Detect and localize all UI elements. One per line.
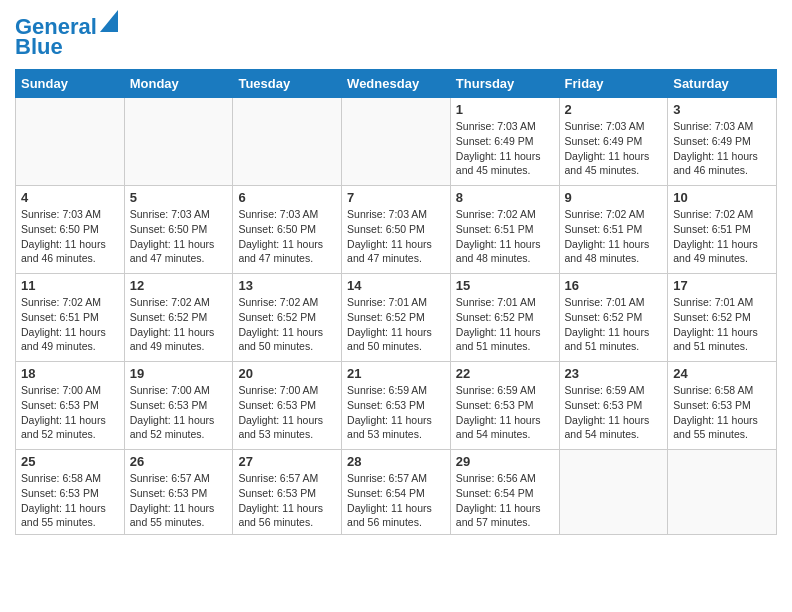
calendar-cell — [16, 98, 125, 186]
weekday-header-sunday: Sunday — [16, 70, 125, 98]
calendar-cell: 26Sunrise: 6:57 AM Sunset: 6:53 PM Dayli… — [124, 450, 233, 535]
calendar-cell: 7Sunrise: 7:03 AM Sunset: 6:50 PM Daylig… — [342, 186, 451, 274]
calendar-cell: 23Sunrise: 6:59 AM Sunset: 6:53 PM Dayli… — [559, 362, 668, 450]
calendar-cell — [233, 98, 342, 186]
day-info: Sunrise: 7:01 AM Sunset: 6:52 PM Dayligh… — [565, 295, 663, 354]
day-info: Sunrise: 6:57 AM Sunset: 6:54 PM Dayligh… — [347, 471, 445, 530]
day-info: Sunrise: 6:59 AM Sunset: 6:53 PM Dayligh… — [456, 383, 554, 442]
calendar-cell: 24Sunrise: 6:58 AM Sunset: 6:53 PM Dayli… — [668, 362, 777, 450]
day-number: 26 — [130, 454, 228, 469]
day-info: Sunrise: 7:02 AM Sunset: 6:51 PM Dayligh… — [456, 207, 554, 266]
calendar-cell: 11Sunrise: 7:02 AM Sunset: 6:51 PM Dayli… — [16, 274, 125, 362]
calendar-cell — [668, 450, 777, 535]
calendar-cell: 13Sunrise: 7:02 AM Sunset: 6:52 PM Dayli… — [233, 274, 342, 362]
day-number: 28 — [347, 454, 445, 469]
day-number: 16 — [565, 278, 663, 293]
calendar-cell: 20Sunrise: 7:00 AM Sunset: 6:53 PM Dayli… — [233, 362, 342, 450]
day-info: Sunrise: 7:03 AM Sunset: 6:50 PM Dayligh… — [238, 207, 336, 266]
day-info: Sunrise: 7:00 AM Sunset: 6:53 PM Dayligh… — [238, 383, 336, 442]
day-info: Sunrise: 7:03 AM Sunset: 6:50 PM Dayligh… — [130, 207, 228, 266]
logo: General Blue — [15, 15, 118, 59]
calendar-cell: 2Sunrise: 7:03 AM Sunset: 6:49 PM Daylig… — [559, 98, 668, 186]
page-header: General Blue — [15, 15, 777, 59]
calendar-cell: 21Sunrise: 6:59 AM Sunset: 6:53 PM Dayli… — [342, 362, 451, 450]
day-number: 14 — [347, 278, 445, 293]
day-number: 15 — [456, 278, 554, 293]
calendar-table: SundayMondayTuesdayWednesdayThursdayFrid… — [15, 69, 777, 535]
calendar-cell: 25Sunrise: 6:58 AM Sunset: 6:53 PM Dayli… — [16, 450, 125, 535]
day-number: 19 — [130, 366, 228, 381]
day-number: 6 — [238, 190, 336, 205]
calendar-cell: 1Sunrise: 7:03 AM Sunset: 6:49 PM Daylig… — [450, 98, 559, 186]
logo-icon — [100, 10, 118, 32]
calendar-cell: 14Sunrise: 7:01 AM Sunset: 6:52 PM Dayli… — [342, 274, 451, 362]
day-number: 13 — [238, 278, 336, 293]
day-info: Sunrise: 6:58 AM Sunset: 6:53 PM Dayligh… — [21, 471, 119, 530]
day-number: 2 — [565, 102, 663, 117]
weekday-header-thursday: Thursday — [450, 70, 559, 98]
calendar-cell: 8Sunrise: 7:02 AM Sunset: 6:51 PM Daylig… — [450, 186, 559, 274]
day-info: Sunrise: 7:00 AM Sunset: 6:53 PM Dayligh… — [21, 383, 119, 442]
calendar-cell: 28Sunrise: 6:57 AM Sunset: 6:54 PM Dayli… — [342, 450, 451, 535]
day-info: Sunrise: 7:03 AM Sunset: 6:50 PM Dayligh… — [347, 207, 445, 266]
calendar-body: 1Sunrise: 7:03 AM Sunset: 6:49 PM Daylig… — [16, 98, 777, 535]
day-number: 23 — [565, 366, 663, 381]
day-info: Sunrise: 6:59 AM Sunset: 6:53 PM Dayligh… — [347, 383, 445, 442]
day-number: 4 — [21, 190, 119, 205]
calendar-week-4: 25Sunrise: 6:58 AM Sunset: 6:53 PM Dayli… — [16, 450, 777, 535]
day-number: 27 — [238, 454, 336, 469]
svg-marker-0 — [100, 10, 118, 32]
day-number: 3 — [673, 102, 771, 117]
day-number: 9 — [565, 190, 663, 205]
day-number: 12 — [130, 278, 228, 293]
day-info: Sunrise: 6:59 AM Sunset: 6:53 PM Dayligh… — [565, 383, 663, 442]
weekday-header-monday: Monday — [124, 70, 233, 98]
weekday-header-tuesday: Tuesday — [233, 70, 342, 98]
weekday-header-row: SundayMondayTuesdayWednesdayThursdayFrid… — [16, 70, 777, 98]
calendar-cell: 16Sunrise: 7:01 AM Sunset: 6:52 PM Dayli… — [559, 274, 668, 362]
day-info: Sunrise: 7:02 AM Sunset: 6:52 PM Dayligh… — [238, 295, 336, 354]
day-info: Sunrise: 7:00 AM Sunset: 6:53 PM Dayligh… — [130, 383, 228, 442]
day-number: 8 — [456, 190, 554, 205]
day-info: Sunrise: 6:57 AM Sunset: 6:53 PM Dayligh… — [130, 471, 228, 530]
day-number: 17 — [673, 278, 771, 293]
day-number: 1 — [456, 102, 554, 117]
calendar-cell: 9Sunrise: 7:02 AM Sunset: 6:51 PM Daylig… — [559, 186, 668, 274]
day-info: Sunrise: 7:02 AM Sunset: 6:52 PM Dayligh… — [130, 295, 228, 354]
day-number: 7 — [347, 190, 445, 205]
calendar-cell: 19Sunrise: 7:00 AM Sunset: 6:53 PM Dayli… — [124, 362, 233, 450]
day-info: Sunrise: 7:03 AM Sunset: 6:49 PM Dayligh… — [673, 119, 771, 178]
weekday-header-saturday: Saturday — [668, 70, 777, 98]
day-info: Sunrise: 7:01 AM Sunset: 6:52 PM Dayligh… — [673, 295, 771, 354]
calendar-cell — [559, 450, 668, 535]
day-info: Sunrise: 7:01 AM Sunset: 6:52 PM Dayligh… — [456, 295, 554, 354]
logo-text2: Blue — [15, 35, 63, 59]
day-number: 24 — [673, 366, 771, 381]
calendar-cell: 15Sunrise: 7:01 AM Sunset: 6:52 PM Dayli… — [450, 274, 559, 362]
calendar-week-3: 18Sunrise: 7:00 AM Sunset: 6:53 PM Dayli… — [16, 362, 777, 450]
day-info: Sunrise: 6:56 AM Sunset: 6:54 PM Dayligh… — [456, 471, 554, 530]
calendar-cell: 17Sunrise: 7:01 AM Sunset: 6:52 PM Dayli… — [668, 274, 777, 362]
calendar-cell — [124, 98, 233, 186]
calendar-cell: 4Sunrise: 7:03 AM Sunset: 6:50 PM Daylig… — [16, 186, 125, 274]
calendar-cell: 29Sunrise: 6:56 AM Sunset: 6:54 PM Dayli… — [450, 450, 559, 535]
day-number: 10 — [673, 190, 771, 205]
day-number: 22 — [456, 366, 554, 381]
day-number: 5 — [130, 190, 228, 205]
calendar-cell: 5Sunrise: 7:03 AM Sunset: 6:50 PM Daylig… — [124, 186, 233, 274]
day-info: Sunrise: 7:03 AM Sunset: 6:49 PM Dayligh… — [565, 119, 663, 178]
calendar-cell: 22Sunrise: 6:59 AM Sunset: 6:53 PM Dayli… — [450, 362, 559, 450]
day-info: Sunrise: 6:57 AM Sunset: 6:53 PM Dayligh… — [238, 471, 336, 530]
day-info: Sunrise: 7:02 AM Sunset: 6:51 PM Dayligh… — [21, 295, 119, 354]
day-info: Sunrise: 6:58 AM Sunset: 6:53 PM Dayligh… — [673, 383, 771, 442]
calendar-cell: 3Sunrise: 7:03 AM Sunset: 6:49 PM Daylig… — [668, 98, 777, 186]
day-number: 25 — [21, 454, 119, 469]
day-number: 20 — [238, 366, 336, 381]
calendar-week-2: 11Sunrise: 7:02 AM Sunset: 6:51 PM Dayli… — [16, 274, 777, 362]
calendar-cell: 12Sunrise: 7:02 AM Sunset: 6:52 PM Dayli… — [124, 274, 233, 362]
day-info: Sunrise: 7:03 AM Sunset: 6:50 PM Dayligh… — [21, 207, 119, 266]
calendar-week-0: 1Sunrise: 7:03 AM Sunset: 6:49 PM Daylig… — [16, 98, 777, 186]
calendar-cell: 6Sunrise: 7:03 AM Sunset: 6:50 PM Daylig… — [233, 186, 342, 274]
day-info: Sunrise: 7:03 AM Sunset: 6:49 PM Dayligh… — [456, 119, 554, 178]
calendar-week-1: 4Sunrise: 7:03 AM Sunset: 6:50 PM Daylig… — [16, 186, 777, 274]
